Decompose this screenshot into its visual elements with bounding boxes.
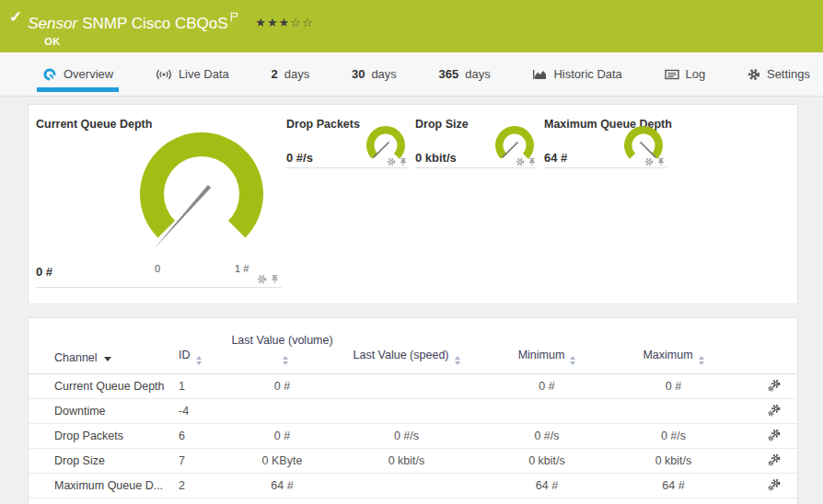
minimum-value: 64 # [478,474,616,498]
priority-stars[interactable]: ★★★☆☆ [255,16,313,29]
channel-name[interactable]: Drop Size [29,449,179,474]
maximum-value: 64 # [616,474,731,498]
channel-id: 7 [179,449,229,474]
gauge-value: 0 # [36,265,52,279]
sort-icon [283,356,288,365]
gauge-current-queue-depth: Current Queue Depth 0 1 # 0 # [36,105,282,288]
channels-table: Channel ID Last Value (volume) Last Valu… [29,318,797,498]
gauge-title: Drop Packets [286,118,360,131]
gauge-icon [42,67,57,82]
column-header-maximum[interactable]: Maximum [616,318,731,374]
gauge-value: 0 #/s [286,151,313,165]
column-header-channel[interactable]: Channel [29,318,179,374]
gauge-value: 0 kbit/s [415,151,457,165]
table-row: Downtime -4 [29,399,797,424]
channel-settings-icon[interactable] [768,478,781,491]
tab-log[interactable]: Log [659,52,712,96]
sensor-title: SensorSNMP Cisco CBQoS ★★★☆☆ [28,7,313,34]
last-value-speed [335,399,478,424]
sort-icon [455,356,460,365]
table-row: Drop Packets 6 0 # 0 #/s 0 #/s 0 #/s [29,424,797,449]
minimum-value: 0 #/s [478,424,616,449]
log-icon [665,68,679,81]
column-header-actions [731,318,797,374]
gauge-settings-gear-icon[interactable] [516,157,525,166]
gauge-pin-icon[interactable] [656,157,666,166]
gauges-panel: Current Queue Depth 0 1 # 0 # Drop Packe… [28,104,798,304]
last-value-volume: 0 # [229,424,335,449]
last-value-speed: 0 kbit/s [335,449,478,474]
channel-id: -4 [179,399,229,424]
table-row: Maximum Queue D... 2 64 # 64 # 64 # [29,474,797,498]
tab-365-days[interactable]: 365 days [434,52,496,96]
flag-icon[interactable] [230,7,238,28]
minimum-value: 0 # [478,374,616,399]
gauge-scale-max: 1 # [235,263,249,274]
minimum-value: 0 kbit/s [478,449,616,474]
gear-icon [748,68,760,81]
last-value-speed [335,474,478,498]
sort-icon [196,356,202,365]
status-badge: OK [44,36,313,47]
last-value-volume: 0 KByte [229,449,335,474]
channel-id: 1 [179,374,229,399]
sensor-type-label: Sensor [28,15,77,32]
maximum-value: 0 kbit/s [616,449,731,474]
column-header-minimum[interactable]: Minimum [478,318,616,374]
tab-historic-data[interactable]: Historic Data [527,52,627,96]
gauge-pin-icon[interactable] [527,157,537,166]
broadcast-icon [156,68,172,81]
maximum-value: 0 # [616,374,731,399]
channel-name[interactable]: Current Queue Depth [29,374,179,399]
gauge-settings-gear-icon[interactable] [644,157,654,166]
gauge-drop-packets: Drop Packets 0 #/s [286,105,409,168]
last-value-volume: 0 # [229,374,335,399]
tab-30-days[interactable]: 30 days [346,52,402,96]
tab-settings[interactable]: Settings [742,52,816,96]
gauge-dial [133,122,271,260]
channel-id: 2 [179,474,229,498]
channel-name[interactable]: Drop Packets [29,424,179,449]
gauge-maximum-queue-depth: Maximum Queue Depth 64 # [544,105,667,168]
gauge-value: 64 # [544,151,567,165]
last-value-volume: 64 # [229,474,335,498]
sensor-header: ✓ SensorSNMP Cisco CBQoS ★★★☆☆ OK [0,0,823,52]
gauge-settings-gear-icon[interactable] [257,274,267,284]
column-header-last-value-speed[interactable]: Last Value (speed) [335,318,478,374]
sort-icon [570,356,575,365]
maximum-value [616,399,731,424]
channel-settings-icon[interactable] [768,379,781,392]
last-value-speed: 0 #/s [335,424,478,449]
gauge-settings-gear-icon[interactable] [387,157,396,166]
minimum-value [478,399,616,424]
gauge-pin-icon[interactable] [399,157,408,166]
tab-overview[interactable]: Overview [37,52,119,96]
channel-name[interactable]: Maximum Queue D... [29,474,179,498]
channel-id: 6 [179,424,229,449]
last-value-speed [335,374,478,399]
tab-2-days[interactable]: 2 days [266,52,316,96]
tab-live-data[interactable]: Live Data [150,52,235,96]
table-row: Drop Size 7 0 KByte 0 kbit/s 0 kbit/s 0 … [29,449,797,474]
sort-icon [699,356,704,365]
channel-settings-icon[interactable] [768,429,781,441]
gauge-drop-size: Drop Size 0 kbit/s [415,105,538,168]
table-header-row: Channel ID Last Value (volume) Last Valu… [29,318,797,374]
column-header-last-value-volume[interactable]: Last Value (volume) [229,318,335,374]
sort-desc-icon [104,357,111,361]
tab-bar: Overview Live Data 2 days 30 days 365 da… [0,52,823,97]
status-ok-check-icon: ✓ [9,7,22,28]
channel-name[interactable]: Downtime [29,399,179,424]
last-value-volume [229,399,335,424]
channels-panel: Channel ID Last Value (volume) Last Valu… [28,317,798,504]
gauge-pin-icon[interactable] [270,274,280,284]
sensor-name: SNMP Cisco CBQoS [82,15,227,32]
chart-icon [532,68,547,80]
column-header-id[interactable]: ID [179,318,229,374]
channel-settings-icon[interactable] [768,404,781,417]
gauge-title: Drop Size [415,118,469,131]
table-row: Current Queue Depth 1 0 # 0 # 0 # [29,374,797,399]
maximum-value: 0 #/s [616,424,731,449]
channel-settings-icon[interactable] [768,453,781,466]
gauge-scale-min: 0 [155,263,160,274]
